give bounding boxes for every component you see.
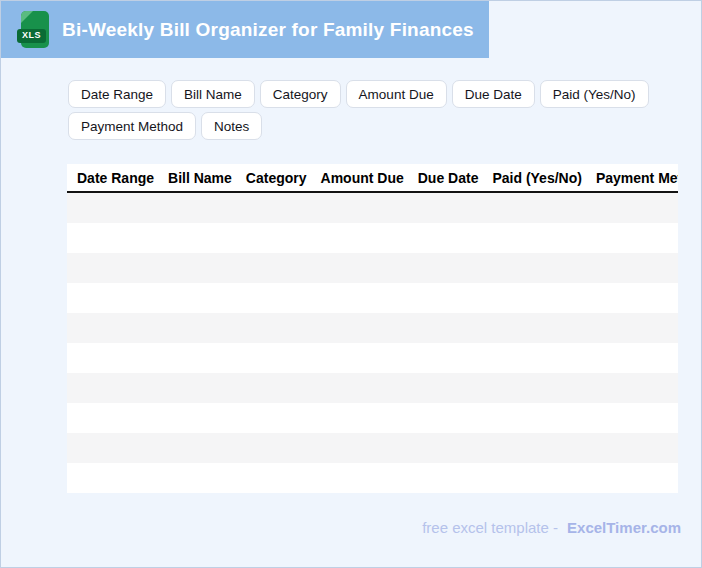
table-row <box>67 223 678 253</box>
col-header-category: Category <box>246 170 307 186</box>
bill-table: Date RangeBill NameCategoryAmount DueDue… <box>67 164 678 493</box>
brand-link[interactable]: ExcelTimer.com <box>567 519 681 536</box>
table-row <box>67 433 678 463</box>
page: XLS Bi-Weekly Bill Organizer for Family … <box>0 0 702 568</box>
chip-bill-name[interactable]: Bill Name <box>171 80 255 108</box>
chip-paid-yes-no[interactable]: Paid (Yes/No) <box>540 80 649 108</box>
table-row <box>67 343 678 373</box>
table-row <box>67 283 678 313</box>
chip-category[interactable]: Category <box>260 80 341 108</box>
table-row <box>67 253 678 283</box>
col-header-bill-name: Bill Name <box>168 170 232 186</box>
col-header-payment-method: Payment Method <box>596 170 678 186</box>
chip-amount-due[interactable]: Amount Due <box>346 80 447 108</box>
col-header-amount-due: Amount Due <box>321 170 404 186</box>
chip-payment-method[interactable]: Payment Method <box>68 112 196 140</box>
table-header-row: Date RangeBill NameCategoryAmount DueDue… <box>67 164 678 193</box>
chip-date-range[interactable]: Date Range <box>68 80 166 108</box>
xls-file-icon: XLS <box>21 11 49 48</box>
table-row <box>67 313 678 343</box>
table-row <box>67 403 678 433</box>
col-header-due-date: Due Date <box>418 170 479 186</box>
table-row <box>67 463 678 493</box>
footer: free excel template - ExcelTimer.com <box>422 519 681 536</box>
chip-notes[interactable]: Notes <box>201 112 262 140</box>
header-banner: XLS Bi-Weekly Bill Organizer for Family … <box>1 1 489 58</box>
table-row <box>67 373 678 403</box>
xls-badge-label: XLS <box>17 29 46 43</box>
page-title: Bi-Weekly Bill Organizer for Family Fina… <box>62 19 474 41</box>
chip-due-date[interactable]: Due Date <box>452 80 535 108</box>
col-header-date-range: Date Range <box>77 170 154 186</box>
footer-text: free excel template - <box>422 519 558 536</box>
column-chip-list: Date RangeBill NameCategoryAmount DueDue… <box>68 80 668 140</box>
table-body <box>67 193 678 493</box>
col-header-paid-yes-no: Paid (Yes/No) <box>492 170 581 186</box>
table-row <box>67 193 678 223</box>
